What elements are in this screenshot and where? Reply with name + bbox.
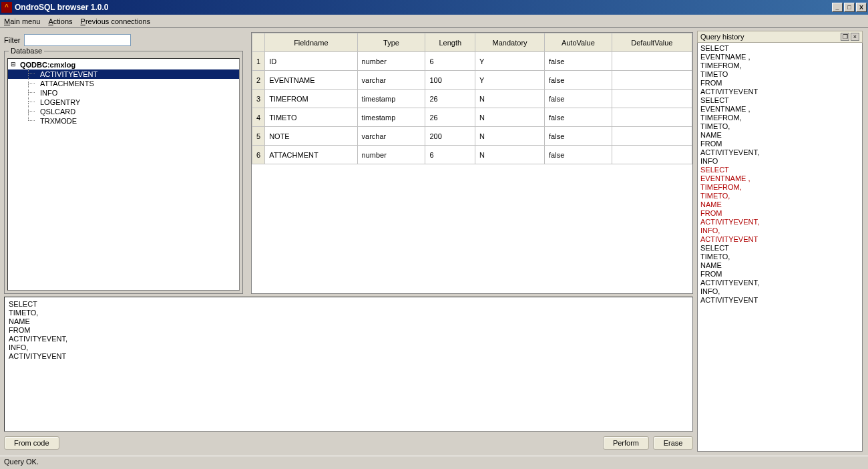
main-area: Filter Database QODBC:cmxlogACTIVITYEVEN…	[0, 28, 868, 456]
grid-cell[interactable]: TIMEFROM	[265, 90, 357, 108]
grid-cell[interactable]: varchar	[357, 71, 425, 90]
grid-cell[interactable]: false	[545, 127, 612, 146]
grid-cell[interactable]	[612, 127, 692, 146]
grid-cell[interactable]	[612, 71, 692, 90]
grid-col-header[interactable]: AutoValue	[545, 33, 612, 52]
left-panel: Filter Database QODBC:cmxlogACTIVITYEVEN…	[4, 32, 243, 294]
perform-button[interactable]: Perform	[603, 436, 649, 450]
row-number: 3	[252, 90, 265, 108]
grid-col-header[interactable]: DefaultValue	[612, 33, 692, 52]
query-history-titlebar[interactable]: Query history ❐ ×	[697, 31, 863, 43]
tree-item[interactable]: INFO	[8, 88, 239, 98]
query-history-entry[interactable]: SELECT EVENTNAME , TIMEFROM, TIMETO FROM…	[700, 44, 859, 96]
grid-cell[interactable]: 26	[425, 108, 475, 127]
window-buttons: _ □ X	[831, 3, 867, 12]
grid-cell[interactable]: false	[545, 52, 612, 71]
table-row[interactable]: 2EVENTNAMEvarchar100Yfalse	[252, 71, 692, 90]
menu-previous-connections[interactable]: Previous connections	[81, 17, 151, 25]
top-row: Filter Database QODBC:cmxlogACTIVITYEVEN…	[4, 32, 693, 294]
query-history-panel: Query history ❐ × SELECT EVENTNAME , TIM…	[697, 31, 863, 452]
erase-button[interactable]: Erase	[653, 436, 693, 450]
row-number: 6	[252, 146, 265, 164]
row-number: 4	[252, 108, 265, 127]
grid-cell[interactable]	[612, 146, 692, 164]
menubar: Main menu Actions Previous connections	[0, 15, 868, 28]
filter-input[interactable]	[24, 34, 131, 46]
grid-col-header[interactable]: Length	[425, 33, 475, 52]
grid-cell[interactable]: 6	[425, 146, 475, 164]
tree-root[interactable]: QODBC:cmxlog	[8, 60, 239, 69]
grid-cell[interactable]: TIMETO	[265, 108, 357, 127]
grid-col-header[interactable]: Type	[357, 33, 425, 52]
statusbar: Query OK.	[0, 456, 868, 468]
from-code-button[interactable]: From code	[4, 436, 59, 450]
tree-item[interactable]: QSLCARD	[8, 107, 239, 116]
query-history-entry[interactable]: SELECT EVENTNAME , TIMEFROM, TIMETO, NAM…	[700, 96, 859, 166]
row-number: 1	[252, 52, 265, 71]
table-row[interactable]: 3TIMEFROMtimestamp26Nfalse	[252, 90, 692, 108]
grid-cell[interactable]: Y	[475, 71, 545, 90]
close-button[interactable]: X	[856, 3, 867, 12]
database-group: Database QODBC:cmxlogACTIVITYEVENTATTACH…	[4, 51, 243, 294]
table-row[interactable]: 5NOTEvarchar200Nfalse	[252, 127, 692, 146]
filter-label: Filter	[4, 36, 20, 44]
grid-col-header[interactable]: Fieldname	[265, 33, 357, 52]
grid-cell[interactable]: number	[357, 52, 425, 71]
database-group-label: Database	[9, 47, 44, 55]
grid-cell[interactable]: 26	[425, 90, 475, 108]
tree-item[interactable]: TRXMODE	[8, 116, 239, 126]
grid-panel[interactable]: FieldnameTypeLengthMandatoryAutoValueDef…	[251, 32, 693, 294]
grid-cell[interactable]: N	[475, 108, 545, 127]
grid-cell[interactable]: NOTE	[265, 127, 357, 146]
tree-item[interactable]: LOGENTRY	[8, 98, 239, 107]
database-tree[interactable]: QODBC:cmxlogACTIVITYEVENTATTACHMENTSINFO…	[7, 58, 240, 291]
menu-main[interactable]: Main menu	[4, 17, 40, 25]
table-row[interactable]: 4TIMETOtimestamp26Nfalse	[252, 108, 692, 127]
qh-restore-icon[interactable]: ❐	[841, 33, 849, 41]
grid-cell[interactable]: 200	[425, 127, 475, 146]
grid-cell[interactable]	[612, 108, 692, 127]
grid-cell[interactable]: 100	[425, 71, 475, 90]
window-title: OndroSQL browser 1.0.0	[15, 3, 831, 12]
status-text: Query OK.	[4, 458, 39, 466]
grid-cell[interactable]: ID	[265, 52, 357, 71]
grid-cell[interactable]	[612, 90, 692, 108]
grid-cell[interactable]: ATTACHMENT	[265, 146, 357, 164]
grid-cell[interactable]: timestamp	[357, 90, 425, 108]
field-grid: FieldnameTypeLengthMandatoryAutoValueDef…	[252, 33, 692, 164]
minimize-button[interactable]: _	[832, 3, 843, 12]
query-history-entry[interactable]: SELECT EVENTNAME , TIMEFROM, TIMETO, NAM…	[700, 166, 859, 244]
row-number: 2	[252, 71, 265, 90]
table-row[interactable]: 6ATTACHMENTnumber6Nfalse	[252, 146, 692, 164]
filter-row: Filter	[4, 32, 243, 48]
row-number: 5	[252, 127, 265, 146]
grid-cell[interactable]: false	[545, 71, 612, 90]
grid-cell[interactable]: N	[475, 90, 545, 108]
grid-cell[interactable]: false	[545, 146, 612, 164]
query-history-body[interactable]: SELECT EVENTNAME , TIMEFROM, TIMETO FROM…	[697, 43, 863, 452]
grid-cell[interactable]: 6	[425, 52, 475, 71]
grid-cell[interactable]: EVENTNAME	[265, 71, 357, 90]
grid-col-header[interactable]: Mandatory	[475, 33, 545, 52]
maximize-button[interactable]: □	[844, 3, 855, 12]
grid-cell[interactable]: number	[357, 146, 425, 164]
query-history-title: Query history	[700, 33, 839, 41]
grid-cell[interactable]: N	[475, 127, 545, 146]
grid-cell[interactable]	[612, 52, 692, 71]
menu-actions[interactable]: Actions	[48, 17, 72, 25]
grid-cell[interactable]: N	[475, 146, 545, 164]
query-history-entry[interactable]: SELECT TIMETO, NAME FROM ACTIVITYEVENT, …	[700, 244, 859, 305]
left-column: Filter Database QODBC:cmxlogACTIVITYEVEN…	[4, 32, 693, 452]
grid-cell[interactable]: Y	[475, 52, 545, 71]
table-row[interactable]: 1IDnumber6Yfalse	[252, 52, 692, 71]
sql-editor[interactable]: SELECT TIMETO, NAME FROM ACTIVITYEVENT, …	[4, 297, 693, 432]
qh-close-icon[interactable]: ×	[851, 33, 859, 41]
grid-cell[interactable]: false	[545, 108, 612, 127]
grid-cell[interactable]: timestamp	[357, 108, 425, 127]
tree-item[interactable]: ATTACHMENTS	[8, 79, 239, 88]
grid-cell[interactable]: varchar	[357, 127, 425, 146]
grid-cell[interactable]: false	[545, 90, 612, 108]
titlebar[interactable]: ^ OndroSQL browser 1.0.0 _ □ X	[0, 0, 868, 15]
app-icon: ^	[1, 2, 12, 13]
tree-item[interactable]: ACTIVITYEVENT	[8, 69, 239, 79]
